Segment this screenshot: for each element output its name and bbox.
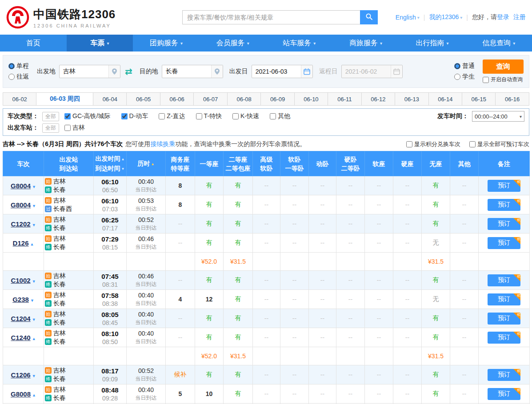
- register-link[interactable]: 注册: [513, 13, 526, 21]
- train-type-checkbox[interactable]: [270, 113, 276, 119]
- round-trip-option[interactable]: 往返: [8, 73, 29, 81]
- depart-station-checkbox[interactable]: [64, 125, 71, 131]
- nav-item-2[interactable]: 车票▾: [67, 35, 133, 51]
- book-button[interactable]: 预订候: [488, 388, 520, 400]
- expand-icon[interactable]: ▼: [30, 298, 34, 303]
- normal-option[interactable]: 普通: [454, 62, 475, 70]
- train-number-link[interactable]: D126: [13, 239, 29, 247]
- date-tab-06-11[interactable]: 06-11: [328, 93, 361, 105]
- depart-station-option[interactable]: 吉林: [64, 124, 85, 132]
- calendar-icon[interactable]: [301, 65, 312, 78]
- date-tab-06-09[interactable]: 06-09: [261, 93, 294, 105]
- train-type-checkbox[interactable]: [121, 113, 128, 119]
- column-header[interactable]: 出发时间▲到达时间▼: [94, 151, 127, 176]
- expand-icon[interactable]: ▼: [32, 185, 36, 189]
- train-type-all-button[interactable]: 全部: [42, 112, 59, 121]
- nav-item-6[interactable]: 商旅服务▾: [332, 35, 399, 51]
- train-number-link[interactable]: C1002: [11, 277, 30, 284]
- train-number-link[interactable]: G8008: [11, 390, 31, 398]
- depart-station-all-button[interactable]: 全部: [42, 123, 59, 133]
- book-button[interactable]: 预订候: [488, 199, 520, 211]
- transfer-link[interactable]: 接续换乘: [150, 140, 175, 147]
- collapse-icon[interactable]: ▲: [32, 393, 36, 397]
- depart-time-select[interactable]: 00:00--24:00 ▾: [472, 111, 524, 122]
- date-tab-06-15[interactable]: 06-15: [462, 93, 496, 105]
- language-menu[interactable]: English ▾: [396, 14, 420, 21]
- show-bookable-checkbox[interactable]: [469, 141, 476, 147]
- book-button[interactable]: 预订候: [488, 313, 520, 325]
- train-type-option[interactable]: 其他: [270, 112, 290, 120]
- date-tab-06-05[interactable]: 06-05: [127, 93, 160, 105]
- one-way-radio[interactable]: [8, 63, 15, 69]
- date-tab-06-06[interactable]: 06-06: [160, 93, 194, 105]
- book-button[interactable]: 预订候: [488, 180, 520, 192]
- sort-asc-icon[interactable]: ▲: [151, 162, 155, 166]
- depart-date-input[interactable]: [252, 68, 301, 75]
- train-number-link[interactable]: C1206: [11, 371, 30, 379]
- train-type-option[interactable]: Z-直达: [159, 112, 185, 120]
- book-button[interactable]: 预订候: [488, 218, 520, 230]
- book-button[interactable]: 预订候: [488, 369, 520, 381]
- train-type-option[interactable]: K-快速: [232, 112, 259, 120]
- date-tab-06-07[interactable]: 06-07: [194, 93, 227, 105]
- student-radio[interactable]: [454, 74, 460, 80]
- train-number-link[interactable]: G8004: [11, 182, 31, 190]
- date-tab-06-16[interactable]: 06-16: [496, 93, 529, 105]
- sort-desc-icon[interactable]: ▼: [121, 167, 125, 171]
- auto-query-checkbox[interactable]: [483, 77, 489, 83]
- show-points-checkbox[interactable]: [406, 141, 412, 147]
- train-number-link[interactable]: C1240: [11, 334, 30, 341]
- train-type-option[interactable]: T-特快: [196, 112, 222, 120]
- nav-item-5[interactable]: 站车服务▾: [266, 35, 333, 51]
- train-type-option[interactable]: D-动车: [121, 112, 148, 120]
- show-bookable-option[interactable]: 显示全部可预订车次: [469, 140, 529, 148]
- query-button[interactable]: 查询: [483, 59, 524, 74]
- train-type-checkbox[interactable]: [159, 113, 165, 119]
- to-station-input[interactable]: [162, 68, 211, 75]
- normal-radio[interactable]: [454, 63, 460, 69]
- train-type-option[interactable]: GC-高铁/城际: [64, 112, 111, 120]
- book-button[interactable]: 预订候: [488, 274, 520, 286]
- nav-item-8[interactable]: 信息查询▾: [465, 35, 532, 51]
- location-pin-icon[interactable]: [108, 65, 120, 78]
- my-12306-menu[interactable]: 我的12306 ▾: [429, 13, 462, 21]
- nav-item-1[interactable]: 首页: [0, 35, 67, 51]
- student-option[interactable]: 学生: [454, 73, 475, 81]
- date-tab-06-12[interactable]: 06-12: [362, 93, 395, 105]
- date-tab-06-03[interactable]: 06-03 周四: [36, 93, 93, 105]
- column-header[interactable]: 历时▲: [127, 151, 166, 176]
- search-button[interactable]: [360, 10, 378, 24]
- date-tab-06-10[interactable]: 06-10: [295, 93, 328, 105]
- swap-stations-icon[interactable]: ⇄: [125, 66, 132, 77]
- search-input[interactable]: [182, 10, 360, 24]
- expand-icon[interactable]: ▼: [32, 279, 36, 284]
- one-way-option[interactable]: 单程: [8, 62, 29, 70]
- nav-item-3[interactable]: 团购服务▾: [133, 35, 200, 51]
- date-tab-06-08[interactable]: 06-08: [228, 93, 261, 105]
- expand-icon[interactable]: ▼: [32, 223, 36, 227]
- train-type-checkbox[interactable]: [196, 113, 202, 119]
- from-station-input[interactable]: [60, 68, 108, 75]
- book-button[interactable]: 预订候: [488, 293, 520, 305]
- book-button[interactable]: 预订候: [488, 237, 520, 249]
- auto-query-option[interactable]: 开启自动查询: [483, 76, 523, 83]
- book-button[interactable]: 预订候: [488, 332, 520, 344]
- expand-icon[interactable]: ▼: [32, 374, 36, 378]
- sort-asc-icon[interactable]: ▲: [121, 157, 125, 161]
- expand-icon[interactable]: ▼: [32, 204, 36, 208]
- date-tab-06-13[interactable]: 06-13: [395, 93, 428, 105]
- login-link[interactable]: 登录: [497, 13, 509, 20]
- date-tab-06-14[interactable]: 06-14: [429, 93, 462, 105]
- location-pin-icon[interactable]: [211, 65, 223, 78]
- train-type-checkbox[interactable]: [232, 113, 239, 119]
- train-number-link[interactable]: G238: [12, 296, 29, 303]
- nav-item-7[interactable]: 出行指南▾: [399, 35, 466, 51]
- train-number-link[interactable]: C1202: [11, 220, 30, 228]
- expand-icon[interactable]: ▼: [32, 317, 36, 322]
- train-type-checkbox[interactable]: [64, 113, 71, 119]
- collapse-icon[interactable]: ▲: [32, 337, 36, 341]
- round-trip-radio[interactable]: [8, 74, 15, 80]
- show-points-option[interactable]: 显示积分兑换车次: [406, 140, 460, 148]
- collapse-icon[interactable]: ▲: [30, 242, 34, 246]
- train-number-link[interactable]: C1204: [11, 315, 30, 322]
